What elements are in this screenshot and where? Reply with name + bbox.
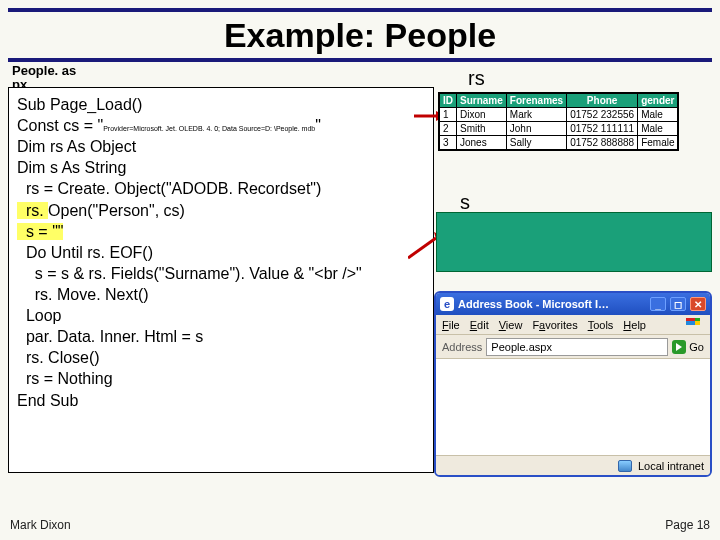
menu-edit[interactable]: Edit (470, 319, 489, 331)
code-line-12: par. Data. Inner. Html = s (17, 328, 203, 345)
ie-app-icon: e (440, 297, 454, 311)
svg-line-2 (408, 238, 436, 258)
zone-icon (618, 460, 632, 472)
code-line-6-rest: Open("Person", cs) (48, 202, 185, 219)
windows-flag-icon (686, 318, 704, 332)
ie-menubar: File Edit View Favorites Tools Help (436, 315, 710, 335)
ie-content-area (436, 359, 710, 455)
address-label: Address (442, 341, 482, 353)
code-line-9: s = s & rs. Fields("Surname"). Value & "… (17, 265, 362, 282)
rs-table: ID Surname Forenames Phone gender 1 Dixo… (438, 92, 679, 151)
menu-favorites[interactable]: Favorites (532, 319, 577, 331)
ie-address-bar: Address People.aspx Go (436, 335, 710, 359)
code-line-1: Sub Page_Load() (17, 96, 142, 113)
code-line-2-conn: Provider=Microsoft. Jet. OLEDB. 4. 0; Da… (103, 125, 315, 132)
title-rule-bottom (8, 58, 712, 62)
rs-label: rs (468, 67, 485, 90)
th-id: ID (439, 93, 457, 108)
s-box (436, 212, 712, 272)
slide-title: Example: People (0, 12, 720, 61)
table-row: 2 Smith John 01752 111111 Male (439, 122, 678, 136)
footer-page: Page 18 (665, 518, 710, 532)
menu-file[interactable]: File (442, 319, 460, 331)
go-button[interactable]: Go (672, 340, 704, 354)
address-field[interactable]: People.aspx (486, 338, 668, 356)
ie-status-bar: Local intranet (436, 455, 710, 475)
table-header-row: ID Surname Forenames Phone gender (439, 93, 678, 108)
ie-window: e Address Book - Microsoft I… _ ◻ ✕ File… (434, 291, 712, 477)
code-line-7: s = "" (17, 223, 63, 240)
code-line-3: Dim rs As Object (17, 138, 136, 155)
ie-title-text: Address Book - Microsoft I… (458, 298, 609, 310)
code-line-2-post: " (315, 117, 321, 134)
code-line-10: rs. Move. Next() (17, 286, 149, 303)
s-label: s (460, 191, 470, 214)
minimize-button[interactable]: _ (650, 297, 666, 311)
code-line-5: rs = Create. Object("ADODB. Recordset") (17, 180, 321, 197)
th-forenames: Forenames (506, 93, 566, 108)
table-row: 1 Dixon Mark 01752 232556 Male (439, 108, 678, 122)
table-row: 3 Jones Sally 01752 888888 Female (439, 136, 678, 151)
code-line-6-hl: rs. (17, 202, 48, 219)
address-text: People.aspx (491, 341, 552, 353)
code-line-4: Dim s As String (17, 159, 126, 176)
code-line-11: Loop (17, 307, 61, 324)
code-line-14: rs = Nothing (17, 370, 113, 387)
close-button[interactable]: ✕ (690, 297, 706, 311)
th-gender: gender (638, 93, 679, 108)
go-label: Go (689, 341, 704, 353)
maximize-button[interactable]: ◻ (670, 297, 686, 311)
code-line-8: Do Until rs. EOF() (17, 244, 153, 261)
th-phone: Phone (567, 93, 638, 108)
code-line-2-pre: Const cs = " (17, 117, 103, 134)
menu-help[interactable]: Help (623, 319, 646, 331)
menu-tools[interactable]: Tools (588, 319, 614, 331)
footer-author: Mark Dixon (10, 518, 71, 532)
menu-view[interactable]: View (499, 319, 523, 331)
code-box: Sub Page_Load() Const cs = "Provider=Mic… (8, 87, 434, 473)
code-line-13: rs. Close() (17, 349, 100, 366)
th-surname: Surname (457, 93, 507, 108)
go-arrow-icon (672, 340, 686, 354)
code-line-15: End Sub (17, 392, 78, 409)
status-text: Local intranet (638, 460, 704, 472)
ie-titlebar[interactable]: e Address Book - Microsoft I… _ ◻ ✕ (436, 293, 710, 315)
